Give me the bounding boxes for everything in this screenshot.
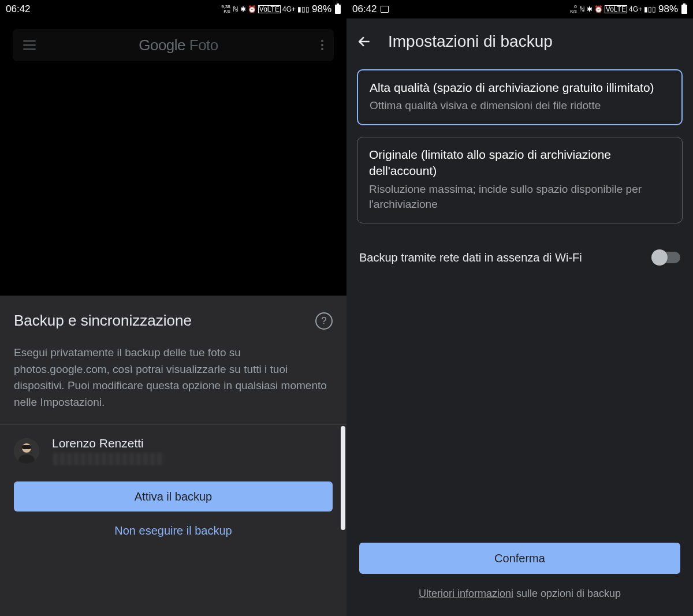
option-title: Alta qualità (spazio di archiviazione gr… — [370, 80, 670, 96]
status-icons: ℕ ✱ ⏰ VoLTE 4G+ ▮▯▯ — [579, 5, 656, 13]
settings-title: Impostazioni di backup — [388, 32, 553, 51]
battery-icon — [681, 5, 687, 14]
more-icon[interactable] — [321, 40, 323, 50]
sheet-description: Esegui privatamente il backup delle tue … — [0, 334, 346, 424]
network-4g-icon: 4G+ — [282, 6, 296, 13]
status-icons: ℕ ✱ ⏰ VoLTE 4G+ ▮▯▯ — [233, 5, 310, 13]
status-time: 06:42 — [352, 3, 377, 15]
volte-icon: VoLTE — [258, 5, 281, 13]
battery-percent: 98% — [312, 3, 331, 15]
signal-icon: ▮▯▯ — [644, 6, 656, 13]
nfc-icon: ℕ — [579, 6, 585, 13]
app-title: Google Foto — [36, 36, 321, 54]
enable-backup-button[interactable]: Attiva il backup — [14, 481, 333, 512]
account-name: Lorenzo Renzetti — [52, 436, 333, 450]
backup-sync-sheet: Backup e sincronizzazione ? Esegui priva… — [0, 296, 346, 616]
app-bar[interactable]: Google Foto — [13, 29, 334, 61]
mobile-data-switch[interactable] — [653, 252, 680, 263]
hamburger-icon[interactable] — [23, 40, 36, 50]
network-4g-icon: 4G+ — [629, 6, 642, 13]
nfc-icon: ℕ — [233, 6, 239, 13]
option-title: Originale (limitato allo spazio di archi… — [369, 147, 670, 180]
status-bar: 06:42 9,38 K/s ℕ ✱ ⏰ VoLTE 4G+ ▮▯▯ 98% — [0, 0, 346, 18]
skip-backup-button[interactable]: Non eseguire il backup — [14, 524, 333, 537]
option-subtitle: Risoluzione massima; incide sullo spazio… — [369, 182, 670, 212]
bluetooth-icon: ✱ — [240, 6, 246, 13]
volte-icon: VoLTE — [605, 5, 627, 13]
alarm-icon: ⏰ — [594, 6, 603, 13]
option-high-quality[interactable]: Alta qualità (spazio di archiviazione gr… — [357, 69, 683, 125]
footer-link-underline[interactable]: Ulteriori informazioni — [419, 588, 513, 599]
option-original[interactable]: Originale (limitato allo spazio di archi… — [357, 137, 683, 223]
account-email-redacted — [52, 453, 165, 465]
gallery-notification-icon — [381, 6, 389, 13]
bluetooth-icon: ✱ — [587, 6, 593, 13]
google-foto-top: Google Foto — [0, 18, 346, 296]
toggle-label: Backup tramite rete dati in assenza di W… — [359, 251, 653, 264]
alarm-icon: ⏰ — [248, 6, 256, 13]
battery-icon — [335, 5, 341, 14]
back-arrow-icon[interactable] — [357, 34, 372, 49]
footer-link[interactable]: Ulteriori informazioni sulle opzioni di … — [346, 588, 693, 600]
svg-rect-3 — [22, 445, 31, 449]
switch-thumb — [651, 249, 668, 266]
status-bar: 06:42 0 K/s ℕ ✱ ⏰ VoLTE 4G+ ▮▯▯ 98% — [346, 0, 693, 18]
screen-google-foto: 06:42 9,38 K/s ℕ ✱ ⏰ VoLTE 4G+ ▮▯▯ 98% G… — [0, 0, 346, 616]
signal-icon: ▮▯▯ — [297, 6, 310, 13]
confirm-button[interactable]: Conferma — [359, 543, 680, 574]
mobile-data-toggle-row: Backup tramite rete dati in assenza di W… — [346, 229, 693, 276]
option-subtitle: Ottima qualità visiva e dimensioni dei f… — [370, 98, 670, 114]
status-time: 06:42 — [6, 3, 31, 15]
account-row[interactable]: Lorenzo Renzetti — [0, 425, 346, 476]
footer-link-rest: sulle opzioni di backup — [513, 588, 621, 599]
settings-header: Impostazioni di backup — [346, 18, 693, 64]
status-kps: 9,38 K/s — [221, 5, 230, 14]
screen-backup-settings: 06:42 0 K/s ℕ ✱ ⏰ VoLTE 4G+ ▮▯▯ 98% Impo… — [346, 0, 693, 616]
bottom-block: Conferma Ulteriori informazioni sulle op… — [346, 543, 693, 616]
avatar — [14, 438, 39, 464]
scrollbar[interactable] — [341, 426, 345, 530]
help-icon[interactable]: ? — [315, 312, 333, 330]
battery-percent: 98% — [658, 3, 678, 15]
sheet-title: Backup e sincronizzazione — [14, 312, 192, 330]
status-kps: 0 K/s — [570, 5, 577, 14]
